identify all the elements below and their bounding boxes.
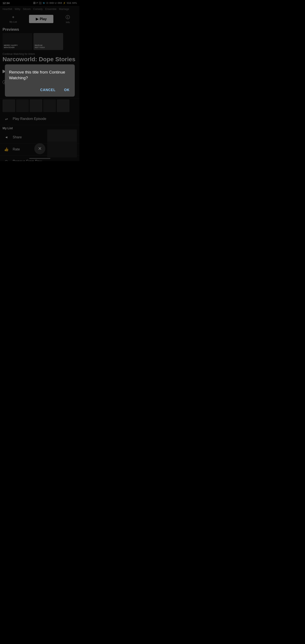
dialog-box: Remove this title from Continue Watching… (5, 64, 75, 96)
dialog-cancel-button[interactable]: CANCEL (40, 87, 56, 93)
dialog-message: Remove this title from Continue Watching… (9, 70, 70, 81)
dialog-ok-button[interactable]: OK (63, 87, 70, 93)
dialog-buttons: CANCEL OK (9, 87, 70, 93)
dialog-overlay: Remove this title from Continue Watching… (0, 0, 80, 161)
